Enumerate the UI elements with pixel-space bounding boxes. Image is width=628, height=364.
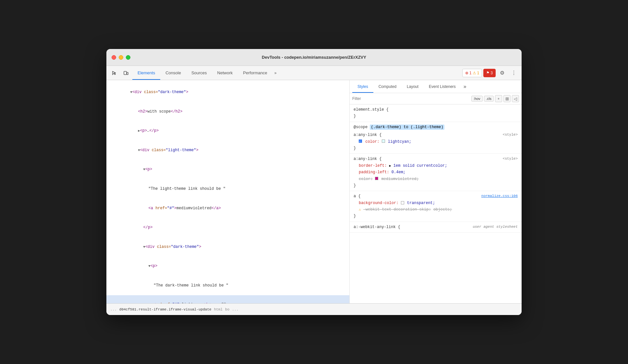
- svg-rect-0: [124, 71, 127, 75]
- style-close-line: }: [354, 145, 518, 152]
- style-rule-a: a { normalize.css:106 background-color: …: [350, 191, 522, 222]
- dom-line[interactable]: ▼<div class="light-theme">: [106, 141, 349, 160]
- tab-event-listeners[interactable]: Event Listeners: [424, 80, 461, 93]
- traffic-lights: [112, 55, 130, 60]
- prop-color-strikethrough: color: mediumvioletred;: [354, 176, 518, 182]
- add-style-button[interactable]: +: [495, 95, 502, 102]
- color-swatch-mediumvioletred[interactable]: [375, 177, 378, 180]
- styles-filter-bar: :hov .cls + ⊞ ◁: [350, 93, 522, 104]
- selector-line: a:any-link { <style>: [354, 156, 518, 162]
- style-rule-webkit-any-link: a:-webkit-any-link { user agent styleshe…: [350, 222, 522, 233]
- more-options-button[interactable]: ⋮: [509, 68, 519, 78]
- tab-layout[interactable]: Layout: [402, 80, 424, 93]
- filter-actions: :hov .cls + ⊞ ◁: [471, 95, 519, 102]
- warning-icon: ⚠: [359, 208, 361, 212]
- maximize-button[interactable]: [126, 55, 130, 60]
- tab-sources[interactable]: Sources: [186, 66, 212, 80]
- settings-button[interactable]: ⚙: [497, 68, 507, 78]
- dom-line-selected[interactable]: <a href="#">lightcyan</a> == $0: [106, 295, 349, 303]
- styles-panel: Styles Computed Layout Event Listeners »…: [350, 80, 522, 303]
- a-rule-close: }: [354, 213, 518, 219]
- breadcrumb-dots: ...: [110, 308, 117, 311]
- styles-filter-input[interactable]: [352, 96, 469, 101]
- main-content: ▼<div class="dark-theme"> <h2>with scope…: [106, 80, 522, 303]
- force-element-state-button[interactable]: ⊞: [503, 95, 511, 102]
- style-source-normalize: normalize.css:106: [481, 193, 518, 199]
- dom-line[interactable]: ▼<p>: [106, 257, 349, 276]
- dom-line[interactable]: </p>: [106, 218, 349, 237]
- scope-highlight: (.dark-theme) to (.light-theme): [370, 125, 444, 130]
- breadcrumb-dots-end: ...: [232, 308, 238, 311]
- window-title: DevTools - codepen.io/miriamsuzanne/pen/…: [262, 55, 366, 60]
- style-rule-any-link: a:any-link { <style> border-left: ▶ 1em …: [350, 154, 522, 191]
- style-source: <style>: [503, 132, 518, 138]
- style-rule-element: element.style { }: [350, 104, 522, 122]
- scope-line: @scope (.dark-theme) to (.light-theme): [354, 124, 518, 130]
- hov-filter-button[interactable]: :hov: [471, 96, 483, 102]
- more-styles-tabs-button[interactable]: »: [461, 84, 469, 90]
- toggle-element-state-button[interactable]: ◁: [512, 95, 519, 102]
- style-source-ua: user agent stylesheet: [473, 224, 518, 230]
- breadcrumb-html[interactable]: html: [214, 308, 223, 311]
- breadcrumb-body[interactable]: bo: [225, 308, 229, 311]
- rule-close: }: [354, 182, 518, 189]
- tab-styles[interactable]: Styles: [352, 80, 373, 93]
- titlebar: DevTools - codepen.io/miriamsuzanne/pen/…: [106, 49, 522, 66]
- issue-badge[interactable]: ⚑ 3: [483, 69, 496, 77]
- dom-line[interactable]: ▼<p>: [106, 160, 349, 179]
- style-close: }: [354, 113, 518, 119]
- cls-filter-button[interactable]: .cls: [484, 96, 494, 102]
- close-button[interactable]: [112, 55, 116, 60]
- tab-console[interactable]: Console: [160, 66, 186, 80]
- dom-panel[interactable]: ▼<div class="dark-theme"> <h2>with scope…: [106, 80, 350, 303]
- triangle-small-icon: ▶: [389, 164, 391, 168]
- tab-network[interactable]: Network: [212, 66, 238, 80]
- more-tabs-button[interactable]: »: [272, 69, 279, 77]
- dom-line[interactable]: ▶<p>…</p>: [106, 121, 349, 141]
- device-icon[interactable]: [121, 68, 131, 78]
- svg-rect-1: [127, 72, 128, 75]
- styles-tabs: Styles Computed Layout Event Listeners »: [350, 80, 522, 93]
- style-rule-scope: @scope (.dark-theme) to (.light-theme) a…: [350, 122, 522, 154]
- bottom-bar: ... d04cf581.result-iframe.iframe-visual…: [106, 303, 522, 315]
- prop-background-color: background-color: transparent;: [354, 200, 518, 206]
- dom-line[interactable]: "The dark-theme link should be ": [106, 276, 349, 296]
- prop-border-left: border-left: ▶ 1em solid currentcolor;: [354, 163, 518, 169]
- toolbar-right: ⊗ 1 ⚠ 1 ⚑ 3 ⚙ ⋮: [462, 68, 519, 78]
- devtools-window: DevTools - codepen.io/miriamsuzanne/pen/…: [106, 49, 522, 315]
- dom-line[interactable]: <a href="#">mediumvioletred</a>: [106, 199, 349, 218]
- checkbox-checked-icon[interactable]: [359, 140, 362, 143]
- scope-selector-line: a:any-link { <style>: [354, 132, 518, 138]
- tab-elements[interactable]: Elements: [132, 66, 160, 80]
- color-swatch-transparent[interactable]: [401, 201, 404, 204]
- toolbar: Elements Console Sources Network Perform…: [106, 66, 522, 80]
- dom-line[interactable]: <h2>with scope</h2>: [106, 102, 349, 122]
- dom-line[interactable]: ▼<div class="dark-theme">: [106, 237, 349, 257]
- style-selector: element.style {: [354, 106, 518, 113]
- color-swatch[interactable]: [382, 140, 385, 143]
- breadcrumb-path[interactable]: d04cf581.result-iframe.iframe-visual-upd…: [119, 308, 211, 311]
- prop-padding-left: padding-left: 0.4em;: [354, 169, 518, 176]
- dom-line[interactable]: "The light-theme link should be ": [106, 179, 349, 199]
- style-source: <style>: [503, 156, 518, 162]
- tab-computed[interactable]: Computed: [373, 80, 402, 93]
- error-badge[interactable]: ⊗ 1 ⚠ 1: [462, 69, 482, 77]
- toolbar-tabs: Elements Console Sources Network Perform…: [132, 66, 461, 80]
- tab-performance[interactable]: Performance: [238, 66, 272, 80]
- webkit-selector-line: a:-webkit-any-link { user agent styleshe…: [354, 224, 518, 230]
- a-selector-line: a { normalize.css:106: [354, 193, 518, 200]
- styles-content[interactable]: element.style { } @scope (.dark-theme) t…: [350, 104, 522, 303]
- minimize-button[interactable]: [119, 55, 123, 60]
- inspect-icon[interactable]: [109, 68, 119, 78]
- style-prop-line: color: lightcyan;: [354, 139, 518, 145]
- dom-line[interactable]: ▼<div class="dark-theme">: [106, 83, 349, 102]
- prop-webkit-text: ⚠ -webkit-text-decoration-skip: objects;: [354, 206, 518, 213]
